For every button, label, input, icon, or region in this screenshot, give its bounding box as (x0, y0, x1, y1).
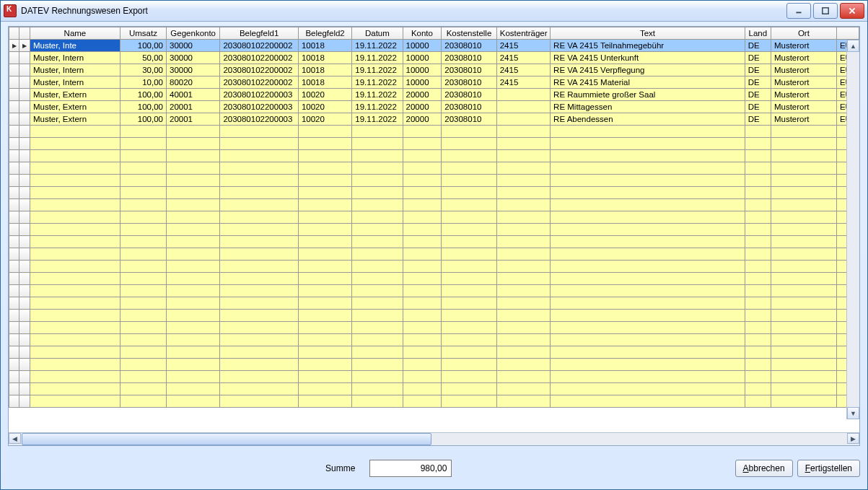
cell-umsatz[interactable]: 100,00 (120, 89, 166, 101)
cell-land[interactable]: DE (745, 76, 771, 89)
cell-kostenstelle[interactable]: 20308010 (442, 64, 496, 76)
cell-name[interactable]: Muster, Extern (30, 113, 120, 126)
cell-konto[interactable]: 20000 (403, 89, 442, 101)
cell-text[interactable]: RE Abendessen (551, 113, 745, 126)
cell-land[interactable]: DE (745, 64, 771, 76)
maximize-button[interactable] (813, 3, 838, 19)
column-header[interactable]: Name (30, 27, 120, 40)
column-header[interactable]: Text (551, 27, 745, 40)
cell-ort[interactable]: Musterort (771, 52, 836, 64)
table-row-empty[interactable] (9, 126, 859, 138)
table-row[interactable]: Muster, Intern50,00300002030801022000021… (9, 52, 859, 64)
cell-kostenstelle[interactable]: 20308010 (442, 40, 496, 52)
cell-belegfeld1[interactable]: 203080102200002 (220, 52, 299, 64)
cell-ort[interactable]: Musterort (771, 40, 836, 52)
cell-datum[interactable]: 19.11.2022 (352, 40, 403, 52)
scroll-down-icon[interactable]: ▼ (847, 407, 859, 419)
table-row-empty[interactable] (9, 359, 859, 371)
cell-konto[interactable]: 10000 (403, 40, 442, 52)
cell-ort[interactable]: Musterort (771, 76, 836, 89)
cell-ort[interactable]: Musterort (771, 101, 836, 113)
cell-text[interactable]: RE VA 2415 Teilnahmegebühr (551, 40, 745, 52)
horizontal-scrollbar[interactable]: ◀ ▶ (9, 432, 859, 445)
column-header[interactable]: Konto (403, 27, 442, 40)
column-header[interactable] (836, 27, 859, 40)
finish-button[interactable]: Fertigstellen (797, 460, 860, 477)
table-row-empty[interactable] (9, 187, 859, 199)
scroll-left-icon[interactable]: ◀ (9, 433, 21, 444)
cell-konto[interactable]: 10000 (403, 52, 442, 64)
table-row-empty[interactable] (9, 273, 859, 285)
table-row-empty[interactable] (9, 371, 859, 383)
table-row-empty[interactable] (9, 248, 859, 261)
cell-name[interactable]: Muster, Extern (30, 101, 120, 113)
column-header[interactable]: Ort (771, 27, 836, 40)
table-row-empty[interactable] (9, 162, 859, 175)
cell-ort[interactable]: Musterort (771, 89, 836, 101)
sum-field[interactable] (369, 460, 452, 477)
table-row-empty[interactable] (9, 395, 859, 408)
cell-text[interactable]: RE VA 2415 Material (551, 76, 745, 89)
cell-datum[interactable]: 19.11.2022 (352, 101, 403, 113)
cell-name[interactable]: Muster, Intern (30, 64, 120, 76)
cell-text[interactable]: RE VA 2415 Verpflegung (551, 64, 745, 76)
cell-belegfeld2[interactable]: 10020 (298, 101, 351, 113)
cell-umsatz[interactable]: 50,00 (120, 52, 166, 64)
table-row-empty[interactable] (9, 285, 859, 297)
table-row-empty[interactable] (9, 383, 859, 395)
cell-umsatz[interactable]: 10,00 (120, 76, 166, 89)
table-row[interactable]: Muster, Extern100,0020001203080102200003… (9, 113, 859, 126)
cell-belegfeld1[interactable]: 203080102200002 (220, 76, 299, 89)
cell-land[interactable]: DE (745, 113, 771, 126)
cell-konto[interactable]: 10000 (403, 64, 442, 76)
cell-gegenkonto[interactable]: 30000 (167, 64, 220, 76)
minimize-button[interactable] (786, 3, 811, 19)
column-header[interactable]: Kostenstelle (442, 27, 496, 40)
cell-kostenstelle[interactable]: 20308010 (442, 76, 496, 89)
titlebar[interactable]: DATEV Rechnungswesen Export (1, 1, 867, 22)
column-header[interactable]: Datum (352, 27, 403, 40)
column-header[interactable]: Umsatz (120, 27, 166, 40)
cell-land[interactable]: DE (745, 40, 771, 52)
cell-datum[interactable]: 19.11.2022 (352, 76, 403, 89)
cell-umsatz[interactable]: 30,00 (120, 64, 166, 76)
cell-gegenkonto[interactable]: 30000 (167, 52, 220, 64)
cell-text[interactable]: RE VA 2415 Unterkunft (551, 52, 745, 64)
cancel-button[interactable]: Abbrechen (735, 460, 793, 477)
table-row-empty[interactable] (9, 150, 859, 162)
cell-kostentraeger[interactable]: 2415 (496, 64, 550, 76)
table-row[interactable]: Muster, Inte100,003000020308010220000210… (9, 40, 859, 52)
cell-kostenstelle[interactable]: 20308010 (442, 113, 496, 126)
column-header[interactable]: Belegfeld1 (220, 27, 299, 40)
cell-datum[interactable]: 19.11.2022 (352, 64, 403, 76)
cell-text[interactable]: RE Raummiete großer Saal (551, 89, 745, 101)
cell-land[interactable]: DE (745, 52, 771, 64)
cell-land[interactable]: DE (745, 101, 771, 113)
cell-kostentraeger[interactable] (496, 89, 550, 101)
cell-umsatz[interactable]: 100,00 (120, 40, 166, 52)
scroll-right-icon[interactable]: ▶ (847, 433, 859, 444)
cell-umsatz[interactable]: 100,00 (120, 113, 166, 126)
cell-kostenstelle[interactable]: 20308010 (442, 101, 496, 113)
cell-belegfeld1[interactable]: 203080102200002 (220, 40, 299, 52)
cell-kostentraeger[interactable]: 2415 (496, 76, 550, 89)
cell-text[interactable]: RE Mittagessen (551, 101, 745, 113)
data-grid[interactable]: NameUmsatzGegenkontoBelegfeld1Belegfeld2… (9, 27, 859, 432)
column-header[interactable]: Belegfeld2 (298, 27, 351, 40)
table-row[interactable]: Muster, Intern10,00800202030801022000021… (9, 76, 859, 89)
table-row-empty[interactable] (9, 334, 859, 346)
cell-kostentraeger[interactable] (496, 113, 550, 126)
table-row-empty[interactable] (9, 236, 859, 248)
table-row[interactable]: Muster, Extern100,0040001203080102200003… (9, 89, 859, 101)
table-row-empty[interactable] (9, 138, 859, 150)
column-header[interactable]: Kostenträger (496, 27, 550, 40)
table-row-empty[interactable] (9, 224, 859, 236)
scroll-thumb[interactable] (22, 433, 431, 445)
table-row-empty[interactable] (9, 322, 859, 334)
cell-konto[interactable]: 20000 (403, 101, 442, 113)
cell-name[interactable]: Muster, Inte (30, 40, 120, 52)
cell-belegfeld2[interactable]: 10018 (298, 76, 351, 89)
cell-konto[interactable]: 20000 (403, 113, 442, 126)
cell-belegfeld2[interactable]: 10018 (298, 52, 351, 64)
cell-datum[interactable]: 19.11.2022 (352, 113, 403, 126)
